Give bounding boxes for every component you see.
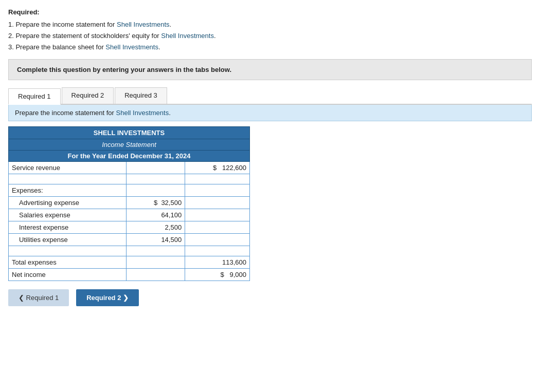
row-mid-utilities: 14,500 [126, 234, 185, 246]
table-header-period-row: For the Year Ended December 31, 2024 [9, 151, 250, 162]
table-header-title-row: SHELL INVESTMENTS [9, 127, 250, 139]
row-label-total-expenses: Total expenses [9, 256, 127, 269]
row-label-expenses: Expenses: [9, 184, 127, 197]
row-mid-total-expenses [126, 256, 185, 269]
tab-required-1[interactable]: Required 1 [8, 88, 61, 105]
income-statement-table: SHELL INVESTMENTS Income Statement For t… [8, 126, 250, 281]
table-period: For the Year Ended December 31, 2024 [9, 151, 250, 162]
table-row: Service revenue $ 122,600 [9, 162, 250, 174]
prev-button[interactable]: ❮ Required 1 [8, 289, 69, 306]
row-mid-advertising: $ 32,500 [126, 197, 185, 209]
table-header-subtitle-row: Income Statement [9, 139, 250, 151]
row-right-net-income: $ 9,000 [185, 269, 250, 281]
row-label-interest: Interest expense [9, 221, 127, 234]
row-right-total-expenses: 113,600 [185, 256, 250, 269]
instruction-bar: Prepare the income statement for Shell I… [8, 105, 532, 121]
instruction-1: 1. Prepare the income statement for Shel… [8, 19, 532, 30]
row-right-interest [185, 221, 250, 234]
table-row: Utilities expense 14,500 [9, 234, 250, 246]
table-row-expenses-label: Expenses: [9, 184, 250, 197]
table-row: Total expenses 113,600 [9, 256, 250, 269]
row-mid-salaries: 64,100 [126, 209, 185, 221]
row-label-advertising: Advertising expense [9, 197, 127, 209]
tab-required-3[interactable]: Required 3 [115, 87, 167, 104]
row-mid-service-revenue[interactable] [126, 162, 185, 174]
footer-buttons: ❮ Required 1 Required 2 ❯ [8, 289, 532, 306]
row-right-advertising [185, 197, 250, 209]
row-right-service-revenue: $ 122,600 [185, 162, 250, 174]
table-title: SHELL INVESTMENTS [9, 127, 250, 139]
table-row: Interest expense 2,500 [9, 221, 250, 234]
tab-required-2[interactable]: Required 2 [62, 87, 114, 104]
row-label-utilities: Utilities expense [9, 234, 127, 246]
table-row-empty-1 [9, 174, 250, 184]
row-right-salaries [185, 209, 250, 221]
complete-box: Complete this question by entering your … [8, 59, 532, 80]
row-right-expenses [185, 184, 250, 197]
tabs-container: Required 1 Required 2 Required 3 [8, 87, 532, 105]
income-statement-table-wrapper: SHELL INVESTMENTS Income Statement For t… [8, 126, 250, 281]
table-row: Net income $ 9,000 [9, 269, 250, 281]
row-label-net-income: Net income [9, 269, 127, 281]
row-label-salaries: Salaries expense [9, 209, 127, 221]
table-subtitle: Income Statement [9, 139, 250, 151]
table-row: Advertising expense $ 32,500 [9, 197, 250, 209]
row-mid-expenses [126, 184, 185, 197]
required-header: Required: [8, 8, 532, 16]
next-button[interactable]: Required 2 ❯ [76, 289, 139, 306]
instruction-3: 3. Prepare the balance sheet for Shell I… [8, 42, 532, 53]
row-right-utilities [185, 234, 250, 246]
row-mid-interest: 2,500 [126, 221, 185, 234]
instructions-block: 1. Prepare the income statement for Shel… [8, 19, 532, 53]
table-row: Salaries expense 64,100 [9, 209, 250, 221]
instruction-2: 2. Prepare the statement of stockholders… [8, 30, 532, 42]
table-row-empty-2 [9, 246, 250, 256]
row-mid-net-income [126, 269, 185, 281]
row-label-service-revenue: Service revenue [9, 162, 127, 174]
